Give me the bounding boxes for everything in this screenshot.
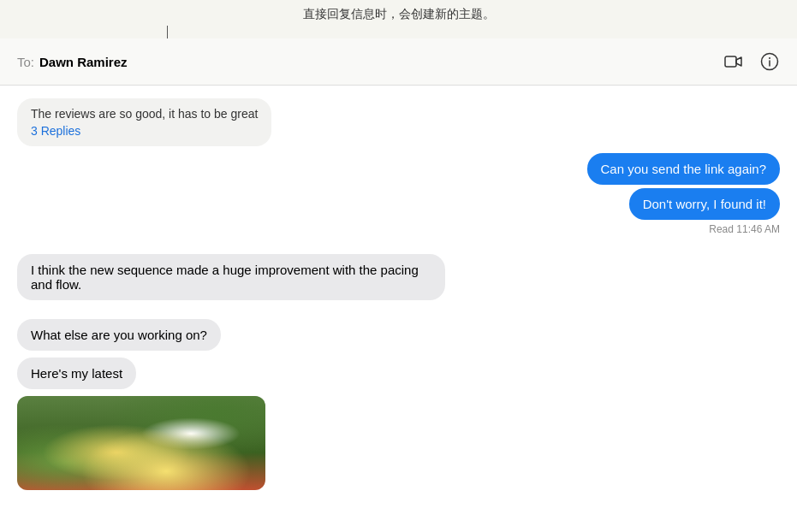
read-receipt: Read 11:46 AM bbox=[709, 223, 780, 235]
contact-name: Dawn Ramirez bbox=[39, 55, 128, 69]
chat-area: The reviews are so good, it has to be gr… bbox=[0, 86, 797, 532]
chat-image-content bbox=[17, 396, 265, 490]
to-label: To: bbox=[17, 55, 34, 69]
outgoing-message-2: Don't worry, I found it! bbox=[629, 188, 780, 220]
tooltip-text: 直接回复信息时，会创建新的主题。 bbox=[0, 0, 797, 22]
svg-rect-0 bbox=[725, 56, 736, 67]
chat-header: To: Dawn Ramirez bbox=[0, 38, 797, 86]
incoming-message-long: I think the new sequence made a huge imp… bbox=[17, 254, 445, 300]
info-button[interactable] bbox=[759, 51, 780, 72]
thread-bubble: The reviews are so good, it has to be gr… bbox=[17, 98, 271, 146]
incoming-message-short-1: What else are you working on? bbox=[17, 319, 221, 351]
svg-point-3 bbox=[769, 57, 770, 59]
video-call-button[interactable] bbox=[723, 51, 744, 72]
incoming-message-short-2: Here's my latest bbox=[17, 358, 136, 389]
thread-replies-link[interactable]: 3 Replies bbox=[31, 124, 258, 138]
header-icons bbox=[723, 51, 780, 72]
chat-image bbox=[17, 396, 265, 490]
thread-bubble-text: The reviews are so good, it has to be gr… bbox=[31, 107, 258, 121]
outgoing-message-1: Can you send the link again? bbox=[587, 153, 780, 185]
outgoing-messages-group: Can you send the link again? Don't worry… bbox=[587, 153, 780, 220]
